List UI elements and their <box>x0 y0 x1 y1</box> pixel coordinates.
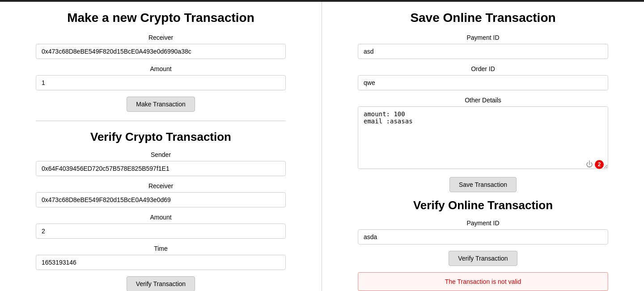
verify-online-title: Verify Online Transaction <box>358 198 608 212</box>
make-transaction-title: Make a new Crypto Transaction <box>36 11 286 25</box>
save-other-details-field: Other Details ⏻ 2 <box>358 97 608 177</box>
make-receiver-field: Receiver <box>36 34 286 65</box>
verify-receiver-label: Receiver <box>36 182 286 190</box>
make-receiver-label: Receiver <box>36 34 286 41</box>
save-transaction-btn-container: Save Transaction <box>358 177 608 192</box>
verify-sender-input[interactable] <box>36 161 286 176</box>
power-icon: ⏻ <box>586 160 593 169</box>
make-transaction-btn-container: Make Transaction <box>36 97 286 112</box>
make-amount-input[interactable] <box>36 75 286 90</box>
verify-crypto-btn-container: Verify Transaction <box>36 276 286 291</box>
verify-amount-label: Amount <box>36 214 286 221</box>
textarea-wrapper: ⏻ 2 <box>358 106 608 177</box>
section-divider <box>36 121 286 121</box>
verify-amount-input[interactable] <box>36 224 286 239</box>
right-panel: Save Online Transaction Payment ID Order… <box>322 2 644 291</box>
verify-online-btn-container: Verify Transaction <box>358 251 608 266</box>
verify-online-payment-id-label: Payment ID <box>358 219 608 227</box>
verify-sender-field: Sender <box>36 151 286 182</box>
make-amount-label: Amount <box>36 65 286 72</box>
verify-time-label: Time <box>36 245 286 252</box>
save-order-id-field: Order ID <box>358 65 608 97</box>
make-receiver-input[interactable] <box>36 44 286 59</box>
save-order-id-label: Order ID <box>358 65 608 72</box>
left-panel: Make a new Crypto Transaction Receiver A… <box>0 2 322 291</box>
save-other-details-label: Other Details <box>358 97 608 104</box>
verify-online-button[interactable]: Verify Transaction <box>449 251 517 266</box>
save-payment-id-input[interactable] <box>358 44 608 59</box>
textarea-badge-area: ⏻ 2 <box>586 160 604 169</box>
make-transaction-button[interactable]: Make Transaction <box>127 97 195 112</box>
save-payment-id-label: Payment ID <box>358 34 608 41</box>
save-order-id-input[interactable] <box>358 75 608 90</box>
verify-receiver-input[interactable] <box>36 192 286 207</box>
save-payment-id-field: Payment ID <box>358 34 608 65</box>
badge-count: 2 <box>595 160 604 169</box>
verify-amount-field: Amount <box>36 214 286 245</box>
verify-time-field: Time <box>36 245 286 276</box>
save-other-details-input[interactable] <box>358 106 608 169</box>
verify-crypto-title: Verify Crypto Transaction <box>36 130 286 144</box>
verify-online-payment-id-input[interactable] <box>358 229 608 245</box>
verify-crypto-button[interactable]: Verify Transaction <box>127 276 195 291</box>
verify-receiver-field: Receiver <box>36 182 286 214</box>
verify-time-input[interactable] <box>36 255 286 270</box>
verify-online-error: The Transaction is not valid <box>358 272 608 291</box>
save-transaction-button[interactable]: Save Transaction <box>449 177 517 192</box>
verify-online-payment-id-field: Payment ID <box>358 219 608 251</box>
make-amount-field: Amount <box>36 65 286 97</box>
verify-sender-label: Sender <box>36 151 286 158</box>
save-online-title: Save Online Transaction <box>358 11 608 25</box>
